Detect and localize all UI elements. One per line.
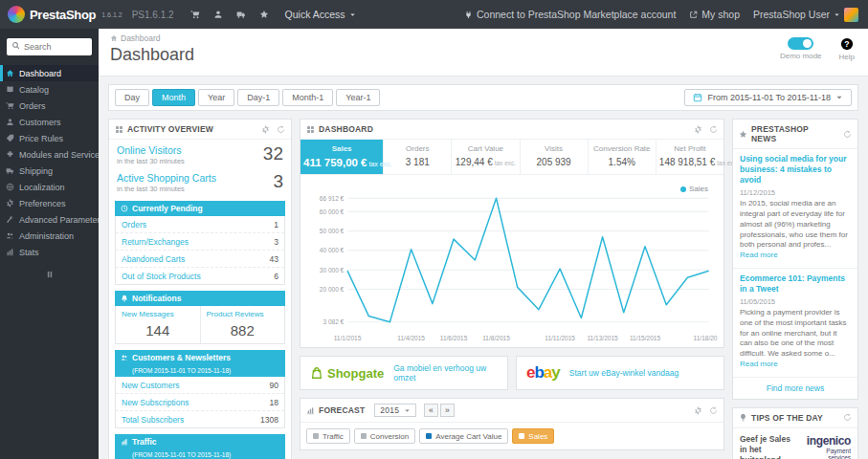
gear-icon[interactable] <box>694 406 702 415</box>
out-of-stock-link[interactable]: Out of Stock Products <box>122 272 201 281</box>
active-carts-link[interactable]: Active Shopping Carts <box>117 172 216 184</box>
customers-row: Total Subscribers1308 <box>116 411 284 427</box>
filter-year-button[interactable]: Year <box>198 89 234 106</box>
dashboard-panel: DASHBOARD Sales 411 759,00 €tax exc. Ord… <box>300 119 724 348</box>
prestashop-logo[interactable]: PrestaShop 1.6.1.2 <box>0 6 130 23</box>
product-reviews-cell[interactable]: Product Reviews 882 <box>200 306 285 343</box>
forecast-next-button[interactable]: » <box>440 404 455 417</box>
shopgate-logo: Shopgate <box>310 366 384 381</box>
new-customers-link[interactable]: New Customers <box>122 381 179 390</box>
sidebar-item-orders[interactable]: Orders <box>0 98 99 114</box>
filter-month-1-button[interactable]: Month-1 <box>282 89 333 106</box>
orders-notification-icon[interactable] <box>184 0 207 29</box>
shopgate-promo-link[interactable]: Ga mobiel en verhoog uw omzet <box>393 363 498 382</box>
sidebar-item-catalog[interactable]: Catalog <box>0 81 99 98</box>
chart-icon <box>306 406 315 415</box>
sales-line-chart: 3 082 €20 000 €30 000 €40 000 €50 000 €6… <box>306 181 718 345</box>
refresh-icon[interactable] <box>843 413 852 422</box>
sidebar-item-preferences[interactable]: Preferences <box>0 195 99 211</box>
kpi-net-profit[interactable]: Net Profit 148 918,51 €tax exc. <box>657 140 723 174</box>
read-more-link[interactable]: Read more <box>740 251 778 259</box>
filter-day-1-button[interactable]: Day-1 <box>237 89 279 106</box>
ingenico-logo[interactable]: ingenico Payment services <box>802 434 851 459</box>
refresh-icon[interactable] <box>709 125 718 134</box>
kpi-visits[interactable]: Visits 205 939 <box>521 140 589 174</box>
forecast-chip-sales[interactable]: Sales <box>512 428 554 444</box>
sidebar-item-modules[interactable]: Modules and Services <box>0 146 99 163</box>
total-subscribers-link[interactable]: Total Subscribers <box>122 415 184 425</box>
refresh-icon[interactable] <box>843 130 852 139</box>
online-visitors-link[interactable]: Online Visitors <box>117 144 185 156</box>
svg-text:11/13/2015: 11/13/2015 <box>587 335 617 341</box>
filter-bar: Day Month Year Day-1 Month-1 Year-1 From… <box>108 84 858 111</box>
gear-icon[interactable] <box>261 125 270 134</box>
filter-year-1-button[interactable]: Year-1 <box>336 89 380 106</box>
svg-text:11/11/2015: 11/11/2015 <box>545 335 575 341</box>
cart-icon <box>6 101 14 110</box>
activity-overview-panel: ACTIVITY OVERVIEW Online Visitors in the… <box>108 119 292 459</box>
marketplace-connect-link[interactable]: Connect to PrestaShop Marketplace accoun… <box>464 9 676 20</box>
kpi-conversion-rate[interactable]: Conversion Rate 1.54% <box>589 140 657 174</box>
sidebar-item-advanced-parameters[interactable]: Advanced Parameters <box>0 211 99 228</box>
quick-access-menu[interactable]: Quick Access <box>276 9 366 20</box>
ebay-promo: ebay Start uw eBay-winkel vandaag <box>516 356 724 390</box>
page-header: Dashboard Dashboard Demo mode Help <box>99 29 868 76</box>
sidebar-item-customers[interactable]: Customers <box>0 114 99 130</box>
favorites-icon[interactable] <box>253 0 276 29</box>
filter-day-button[interactable]: Day <box>115 89 149 106</box>
help-control: Help <box>839 37 855 61</box>
pending-orders-link[interactable]: Orders <box>122 220 146 230</box>
kpi-sales[interactable]: Sales 411 759,00 €tax exc. <box>300 140 384 174</box>
brand-name: PrestaShop <box>30 8 96 22</box>
user-menu[interactable]: PrestaShop User <box>753 8 858 22</box>
pending-returns-link[interactable]: Return/Exchanges <box>122 237 189 247</box>
forecast-prev-button[interactable]: « <box>424 404 438 417</box>
star-icon <box>739 130 747 139</box>
customers-notification-icon[interactable] <box>207 0 230 29</box>
new-messages-cell[interactable]: New Messages 144 <box>116 306 200 343</box>
forecast-chip-traffic[interactable]: Traffic <box>306 428 350 444</box>
activity-panel-title: ACTIVITY OVERVIEW <box>127 124 213 134</box>
find-more-news-link[interactable]: Find more news <box>733 378 857 399</box>
toggle-knob <box>803 39 812 48</box>
svg-text:11/8/2015: 11/8/2015 <box>482 335 510 341</box>
puzzle-icon <box>6 150 14 159</box>
help-icon[interactable] <box>840 37 854 51</box>
sidebar-item-price-rules[interactable]: Price Rules <box>0 130 99 146</box>
forecast-chip-conversion[interactable]: Conversion <box>354 428 415 444</box>
sidebar-item-localization[interactable]: Localization <box>0 179 99 195</box>
refresh-icon[interactable] <box>277 125 285 134</box>
gear-icon[interactable] <box>694 125 702 134</box>
legend-dot <box>361 433 367 439</box>
sidebar-item-stats[interactable]: Stats <box>0 244 99 260</box>
abandoned-carts-link[interactable]: Abandoned Carts <box>122 254 185 264</box>
date-range-picker[interactable]: From 2015-11-01 To 2015-11-18 <box>684 89 852 106</box>
forecast-panel-title: FORECAST <box>319 405 365 415</box>
help-label: Help <box>839 53 855 61</box>
chevron-down-icon <box>835 94 843 101</box>
news-article-title-link[interactable]: Using social media for your business: 4 … <box>740 154 851 186</box>
pending-row: Orders1 <box>116 216 284 233</box>
sidebar-item-dashboard[interactable]: Dashboard <box>0 65 99 81</box>
kpi-cart-value[interactable]: Cart Value 129,44 €tax exc. <box>452 140 520 174</box>
new-subscriptions-link[interactable]: New Subscriptions <box>122 398 189 407</box>
my-shop-link[interactable]: My shop <box>689 9 740 20</box>
forecast-year-select[interactable]: 2015 <box>374 404 416 417</box>
news-article-title-link[interactable]: Ecommerce 101: Payments in a Tweet <box>740 273 851 295</box>
forecast-chip-average-cart-value[interactable]: Average Cart Value <box>419 428 508 444</box>
shopping-bag-icon <box>310 366 323 380</box>
demo-mode-toggle[interactable] <box>788 37 813 50</box>
breadcrumb[interactable]: Dashboard <box>110 33 194 43</box>
shipping-notification-icon[interactable] <box>230 0 253 29</box>
sidebar-item-shipping[interactable]: Shipping <box>0 163 99 179</box>
ebay-promo-link[interactable]: Start uw eBay-winkel vandaag <box>569 368 679 378</box>
kpi-orders[interactable]: Orders 3 181 <box>384 140 452 174</box>
brand-version-sup: 1.6.1.2 <box>101 11 122 18</box>
filter-month-button[interactable]: Month <box>152 89 195 106</box>
customers-newsletters-section: Customers & Newsletters (FROM 2015-11-01… <box>115 350 285 428</box>
refresh-icon[interactable] <box>709 406 718 415</box>
tips-heading: Geef je Sales in het buitenland een Boos… <box>740 434 796 459</box>
sidebar-collapse-button[interactable] <box>0 270 99 279</box>
read-more-link[interactable]: Read more <box>740 360 778 368</box>
sidebar-item-administration[interactable]: Administration <box>0 228 99 244</box>
